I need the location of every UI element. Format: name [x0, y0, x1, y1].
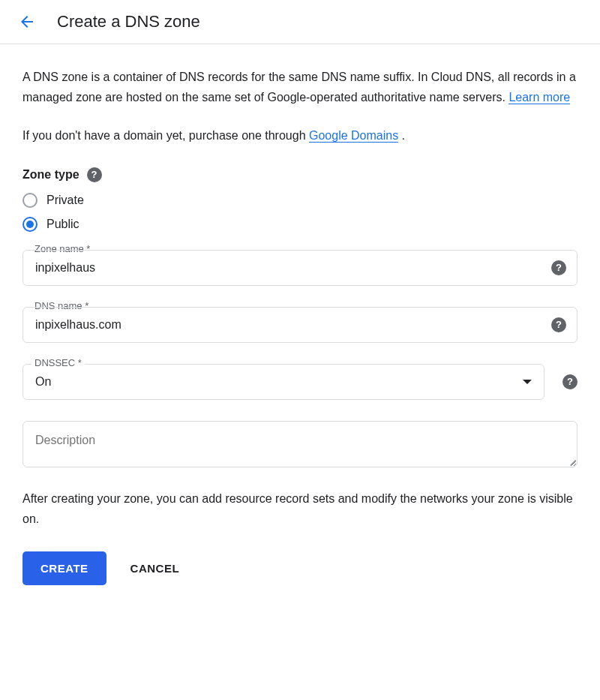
zone-type-heading: Zone type ?: [22, 167, 578, 182]
radio-public-label: Public: [46, 218, 80, 231]
back-button[interactable]: [18, 13, 36, 31]
dnssec-row: DNSSEC * On ?: [22, 364, 578, 400]
create-button[interactable]: CREATE: [22, 551, 106, 585]
page-title: Create a DNS zone: [57, 12, 200, 32]
radio-circle-selected-icon: [22, 217, 38, 232]
zone-type-label: Zone type: [22, 168, 80, 182]
intro-text: A DNS zone is a container of DNS records…: [22, 67, 578, 107]
dnssec-field-wrapper: DNSSEC * On: [22, 364, 544, 400]
zone-name-input[interactable]: [35, 261, 539, 275]
help-icon[interactable]: ?: [87, 167, 102, 182]
dns-name-input[interactable]: [35, 318, 539, 332]
zone-name-field-wrapper: Zone name * ?: [22, 250, 578, 286]
dnssec-value: On: [35, 375, 51, 389]
help-icon[interactable]: ?: [551, 317, 566, 332]
radio-circle-icon: [22, 193, 38, 208]
arrow-left-icon: [18, 13, 36, 31]
description-placeholder: Description: [35, 434, 95, 446]
dns-name-field[interactable]: ?: [22, 307, 578, 343]
zone-name-field[interactable]: ?: [22, 250, 578, 286]
domain-note-after: .: [398, 129, 405, 142]
help-icon[interactable]: ?: [562, 374, 578, 389]
radio-private[interactable]: Private: [22, 193, 578, 208]
resize-handle-icon: [566, 456, 575, 465]
chevron-down-icon: [523, 380, 532, 384]
button-row: CREATE CANCEL: [22, 551, 578, 608]
domain-note: If you don't have a domain yet, purchase…: [22, 125, 578, 146]
google-domains-link[interactable]: Google Domains: [309, 129, 398, 143]
page-header: Create a DNS zone: [0, 0, 600, 44]
radio-public[interactable]: Public: [22, 217, 578, 232]
dnssec-label: DNSSEC *: [32, 357, 85, 368]
dns-name-field-wrapper: DNS name * ?: [22, 307, 578, 343]
after-note: After creating your zone, you can add re…: [22, 488, 578, 529]
radio-private-label: Private: [46, 194, 84, 207]
cancel-button[interactable]: CANCEL: [124, 551, 186, 585]
learn-more-link[interactable]: Learn more: [508, 91, 570, 104]
form-content: A DNS zone is a container of DNS records…: [0, 44, 600, 608]
zone-type-radio-group: Private Public: [22, 193, 578, 232]
help-icon[interactable]: ?: [551, 260, 566, 275]
domain-note-before: If you don't have a domain yet, purchase…: [22, 129, 309, 142]
radio-dot-icon: [26, 221, 34, 228]
dnssec-select[interactable]: On: [22, 364, 544, 400]
description-textarea[interactable]: Description: [22, 421, 578, 467]
intro-text-body: A DNS zone is a container of DNS records…: [22, 71, 576, 104]
